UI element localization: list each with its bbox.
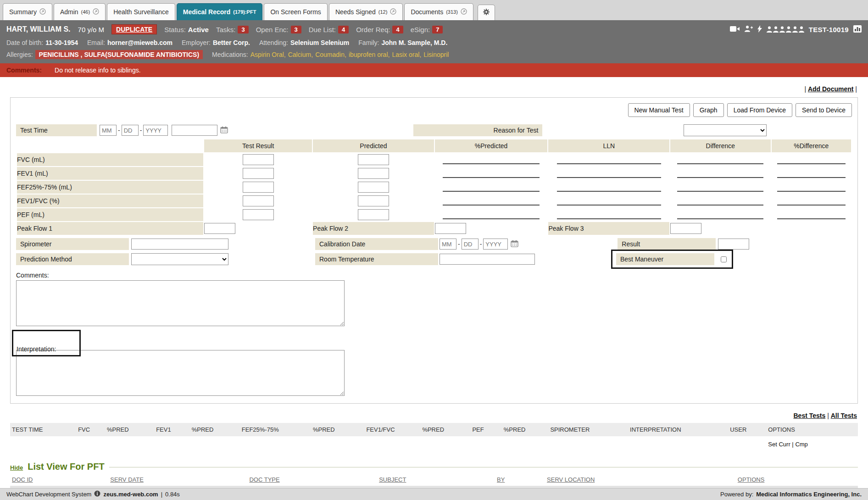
info-icon[interactable] [94, 490, 100, 498]
reason-for-test-select[interactable] [684, 124, 767, 136]
test-time-year-input[interactable] [143, 125, 168, 136]
options-column-link[interactable]: OPTIONS [738, 476, 765, 483]
doc-id-column-link[interactable]: DOC ID [12, 476, 33, 483]
calibration-year-input[interactable] [483, 239, 508, 250]
test-time-day-input[interactable] [122, 125, 139, 136]
new-manual-test-button[interactable]: New Manual Test [628, 103, 690, 117]
test-time-row: Test Time - - Reason for Test [16, 123, 852, 137]
fev1-predicted-input[interactable] [358, 168, 389, 179]
calendar-icon[interactable] [511, 240, 518, 248]
due-list-badge[interactable]: 4 [338, 26, 349, 33]
room-temperature-input[interactable] [440, 254, 535, 265]
tasks-indicator: Tasks: 3 [216, 26, 249, 33]
calibration-month-input[interactable] [440, 239, 456, 250]
settings-tab[interactable] [478, 5, 495, 20]
result-input[interactable] [718, 239, 749, 250]
calibration-day-input[interactable] [462, 239, 479, 250]
spirometer-input[interactable] [131, 239, 228, 250]
order-req-indicator: Order Req: 4 [356, 26, 403, 33]
order-req-badge[interactable]: 4 [392, 26, 403, 33]
tab-documents[interactable]: Documents (313) [404, 3, 473, 20]
fev1-fvc-result-input[interactable] [243, 195, 274, 206]
video-camera-icon[interactable] [730, 26, 740, 33]
results-column-header: PEF [470, 423, 501, 436]
tab-summary[interactable]: Summary [3, 3, 52, 20]
popout-icon[interactable] [93, 8, 99, 16]
patient-status: Status: Active [164, 26, 209, 33]
allergies-value[interactable]: PENICILLINS , SULFA(SULFONAMIDE ANTIBIOT… [35, 50, 203, 59]
popout-icon[interactable] [39, 8, 46, 16]
dob-value: 11-30-1954 [45, 39, 78, 46]
best-maneuver-checkbox[interactable] [721, 256, 727, 262]
tab-needs-signed[interactable]: Needs Signed (12) [329, 3, 403, 20]
lightning-icon[interactable] [757, 25, 762, 34]
medication-link[interactable]: Lasix oral [392, 51, 419, 58]
medication-link[interactable]: Aspirin Oral [250, 51, 284, 58]
peak-flow-1-input[interactable] [204, 223, 235, 234]
fev1-result-input[interactable] [243, 168, 274, 179]
open-enc-badge[interactable]: 3 [291, 26, 301, 33]
serv-date-column-link[interactable]: SERV DATE [110, 476, 143, 483]
fvc-predicted-input[interactable] [358, 154, 389, 165]
doc-type-column-link[interactable]: DOC TYPE [249, 476, 279, 483]
results-column-header: TEST TIME [10, 423, 76, 436]
esign-badge[interactable]: 7 [432, 26, 443, 33]
calendar-icon[interactable] [220, 126, 228, 134]
value-underline [557, 155, 661, 164]
serv-location-column-link[interactable]: SERV LOCATION [547, 476, 595, 483]
open-enc-label: Open Enc: [256, 26, 289, 33]
subject-column-link[interactable]: SUBJECT [379, 476, 406, 483]
by-column-link[interactable]: BY [497, 476, 505, 483]
popout-icon[interactable] [461, 8, 467, 16]
fef-result-input[interactable] [243, 182, 274, 193]
tab-admin[interactable]: Admin (46) [54, 3, 106, 20]
hide-list-view-link[interactable]: Hide [10, 464, 23, 471]
tab-on-screen-forms[interactable]: On Screen Forms [264, 3, 327, 20]
add-person-icon[interactable] [745, 25, 753, 33]
cmp-link[interactable]: Cmp [795, 441, 807, 448]
peak-flow-row: Peak Flow 1 Peak Flow 2 Peak Flow 3 [17, 222, 851, 235]
set-curr-link[interactable]: Set Curr [768, 441, 790, 448]
medication-link[interactable]: Calcium [288, 51, 312, 58]
annotation-box-interpretation: Interpretation: [12, 330, 81, 356]
tab-label: Summary [9, 8, 37, 16]
peak-flow-1-label: Peak Flow 1 [17, 222, 203, 235]
best-tests-link[interactable]: Best Tests [793, 412, 825, 419]
fef-predicted-input[interactable] [358, 182, 389, 193]
tab-health-surveillance[interactable]: Health Surveillance [107, 3, 175, 20]
tab-medical-record[interactable]: Medical Record (179):PFT [177, 3, 263, 20]
pft-form-panel: New Manual Test Graph Load From Device S… [10, 97, 858, 404]
tasks-badge[interactable]: 3 [238, 26, 248, 33]
pft-values-table: Test Result Predicted %Predicted LLN Dif… [16, 139, 852, 236]
prediction-method-select[interactable] [131, 253, 228, 265]
medication-link[interactable]: Coumadin [315, 51, 345, 58]
host-link[interactable]: zeus.med-web.com [103, 491, 158, 498]
test-time-time-input[interactable] [172, 125, 217, 136]
all-tests-link[interactable]: All Tests [831, 412, 857, 419]
bar-chart-icon[interactable] [853, 25, 862, 34]
medication-link[interactable]: ibuprofen oral [349, 51, 388, 58]
duplicate-flag[interactable]: DUPLICATE [111, 24, 157, 34]
test-time-month-input[interactable] [100, 125, 117, 136]
add-document-link[interactable]: Add Document [808, 85, 854, 93]
interpretation-textarea[interactable] [16, 350, 345, 396]
medication-link[interactable]: Lisinopril [423, 51, 449, 58]
popout-icon[interactable] [390, 8, 396, 16]
attending-field: Attending: Selenium Selenium [259, 39, 349, 46]
peak-flow-2-input[interactable] [435, 223, 466, 234]
pef-predicted-input[interactable] [358, 209, 389, 220]
pef-result-input[interactable] [243, 209, 274, 220]
load-from-device-button[interactable]: Load From Device [727, 103, 792, 117]
send-to-device-button[interactable]: Send to Device [796, 103, 852, 117]
row-label: FVC (mL) [17, 153, 203, 166]
results-column-header: INTERPRETATION [628, 423, 728, 436]
form-actions: New Manual Test Graph Load From Device S… [16, 103, 852, 117]
patient-header-row-3: Allergies: PENICILLINS , SULFA(SULFONAMI… [6, 49, 862, 61]
patient-group-icons[interactable] [767, 26, 804, 33]
comments-textarea[interactable] [16, 280, 345, 326]
tab-count: (313) [446, 9, 458, 15]
fvc-result-input[interactable] [243, 154, 274, 165]
fev1-fvc-predicted-input[interactable] [358, 195, 389, 206]
graph-button[interactable]: Graph [693, 103, 724, 117]
peak-flow-3-input[interactable] [670, 223, 701, 234]
